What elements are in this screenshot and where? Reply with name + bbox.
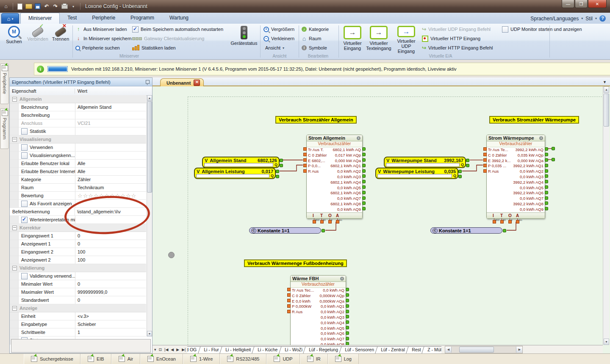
sidebar-tab-peripherie[interactable]: Peripherie <box>0 63 9 104</box>
scroll-right-icon[interactable]: ▶ <box>516 347 522 353</box>
property-row[interactable]: Werteinterpretation mit ... <box>10 216 146 224</box>
virtueller-http-eingang-befehl-button[interactable]: ↪Virtueller HTTP Eingang Befehl <box>422 44 493 52</box>
info-icon[interactable]: i <box>357 136 360 140</box>
maximize-button[interactable]: ❒ <box>575 0 588 8</box>
output-connector[interactable] <box>552 158 555 161</box>
first-page-icon[interactable]: |◀ <box>164 347 168 352</box>
in-miniserver-speichern-button[interactable]: ↓In Miniserver speichern <box>75 35 132 42</box>
output-connector[interactable] <box>466 159 469 162</box>
property-row[interactable]: Visualisierung <box>10 135 146 143</box>
property-value[interactable]: 0 <box>75 298 146 303</box>
checkbox-icon[interactable] <box>21 273 28 279</box>
collapse-icon[interactable] <box>12 306 17 311</box>
output-connector[interactable] <box>545 185 548 189</box>
property-row[interactable]: Statistik <box>10 127 146 135</box>
property-value[interactable]: <v.3> <box>75 314 146 319</box>
pin-icon[interactable] <box>146 80 150 84</box>
dropdown-icon[interactable]: ▾ <box>154 347 156 352</box>
function-block[interactable]: Strom AllgemeiniVerbrauchszählerTr Aus T… <box>306 135 363 219</box>
function-block[interactable]: Wärme FBHiVerbrauchszählerTr Aus Tec...0… <box>290 275 346 345</box>
bottom-tab-rs232-485[interactable]: RS232/485 <box>220 354 266 364</box>
output-connector[interactable] <box>545 180 548 183</box>
statistiken-laden-button[interactable]: Statistiken laden <box>132 44 176 52</box>
input-connector[interactable] <box>303 158 307 162</box>
bottom-tab-1-wire[interactable]: 1-Wire <box>183 354 220 364</box>
constant-block[interactable]: CKonstante 1=1 <box>430 227 502 234</box>
new-document-icon[interactable] <box>17 3 23 10</box>
property-row[interactable]: Maximaler Wert9999999999,0 <box>10 288 146 296</box>
output-connector[interactable] <box>346 288 349 291</box>
property-row[interactable]: EingabetypeSchieber <box>10 320 146 328</box>
checkbox-icon[interactable] <box>21 201 28 207</box>
bottom-tab-air[interactable]: Air <box>111 354 140 364</box>
output-connector[interactable] <box>545 207 548 210</box>
output-connector[interactable] <box>362 191 366 194</box>
output-connector[interactable] <box>346 331 349 335</box>
property-row[interactable]: Als Favorit anzeigen <box>10 200 146 208</box>
udp-monitor-checkbox[interactable]: UDP Monitor starten und anzeigen <box>502 25 582 33</box>
output-connector[interactable] <box>545 147 548 151</box>
peripherie-suchen-button[interactable]: Peripherie suchen <box>75 44 120 52</box>
input-connector[interactable] <box>483 158 487 162</box>
property-row[interactable]: Anzeigewert 2100 <box>10 256 146 264</box>
output-connector[interactable] <box>545 164 548 167</box>
virtual-input-pill[interactable]: VAllgemein Leistung0,017Q <box>194 168 276 179</box>
property-row[interactable]: RaumTechnikraum <box>10 184 146 192</box>
property-value[interactable]: Alle <box>75 161 146 166</box>
output-connector[interactable] <box>362 185 366 189</box>
output-connector[interactable] <box>503 229 506 232</box>
property-row[interactable]: Standardwert0 <box>10 296 146 304</box>
sidebar-tab-programm[interactable]: Programm <box>0 108 9 149</box>
info-icon[interactable]: i <box>539 136 543 140</box>
close-button[interactable]: ✕ <box>588 0 607 8</box>
input-connector[interactable] <box>287 299 291 302</box>
properties-scrollbar[interactable]: ▲ ▼ <box>147 95 152 336</box>
property-row[interactable]: Verwenden <box>10 143 146 152</box>
output-connector[interactable] <box>346 315 349 318</box>
property-value[interactable]: Allgemein Stand <box>75 105 146 110</box>
checkbox-checked-icon[interactable] <box>21 217 28 223</box>
next-page-icon[interactable]: ▶ <box>176 347 179 352</box>
property-row[interactable]: Erlaubte Benutzer InternetAlle <box>10 168 146 176</box>
home-icon[interactable]: ⌂ <box>3 3 9 10</box>
output-connector[interactable] <box>458 170 462 173</box>
checkbox-icon[interactable] <box>21 144 28 151</box>
bottom-tab-udp[interactable]: UDP <box>266 354 299 364</box>
output-connector[interactable] <box>552 147 555 150</box>
virtueller-texteingang-button[interactable]: → VirtuellerTexteingang <box>365 25 392 54</box>
output-connector[interactable] <box>276 170 279 173</box>
virtual-input-pill[interactable]: VWärmepumpe Leistung0,035Q <box>375 168 458 179</box>
virtual-input-pill[interactable]: VAllgemein Stand6802,126Q <box>202 157 280 168</box>
property-value[interactable]: \istand_allgemein:\i\v <box>75 209 146 214</box>
output-connector[interactable] <box>458 175 462 178</box>
property-row[interactable]: Schrittweite1 <box>10 328 146 336</box>
output-connector[interactable] <box>362 180 366 183</box>
raum-button[interactable]: ⌂ Raum <box>302 35 321 42</box>
print-icon[interactable] <box>61 3 68 10</box>
property-value[interactable]: 0 <box>75 233 146 238</box>
prev-page-icon[interactable]: ◀ <box>171 347 174 352</box>
property-row[interactable]: Einheit<v.3> <box>10 312 146 320</box>
bottom-tab-enocean[interactable]: EnOcean <box>140 354 183 364</box>
constant-block[interactable]: CKonstante 1=1 <box>249 227 321 234</box>
scroll-up-icon[interactable]: ▲ <box>604 86 609 93</box>
property-row[interactable]: Anzeige <box>10 304 146 312</box>
virtueller-udp-eingang-befehl-button[interactable]: ↪Virtueller UDP Eingang Befehl <box>422 25 491 33</box>
input-connector[interactable] <box>483 164 487 167</box>
output-connector[interactable] <box>346 326 349 329</box>
input-connector[interactable] <box>483 153 487 156</box>
input-connector[interactable] <box>287 293 291 297</box>
property-row[interactable]: Minimaler Wert0 <box>10 280 146 288</box>
vergroessern-button[interactable]: +Vergrößern <box>263 25 294 33</box>
property-row[interactable]: Anzeigewert 10 <box>10 240 146 248</box>
scrollbar-thumb[interactable] <box>459 347 494 353</box>
virtueller-http-eingang-button[interactable]: Virtueller HTTP Eingang <box>422 35 480 42</box>
output-connector[interactable] <box>346 293 349 297</box>
output-connector[interactable] <box>346 310 349 313</box>
collapse-icon[interactable] <box>12 266 17 270</box>
languages-menu[interactable]: Sprachen/Languages <box>530 16 579 22</box>
input-connector[interactable] <box>303 169 307 173</box>
input-connector[interactable] <box>287 310 291 313</box>
output-connector[interactable] <box>280 159 283 162</box>
page-tab-lüf---regelung[interactable]: Lüf - Regelung <box>303 346 344 353</box>
